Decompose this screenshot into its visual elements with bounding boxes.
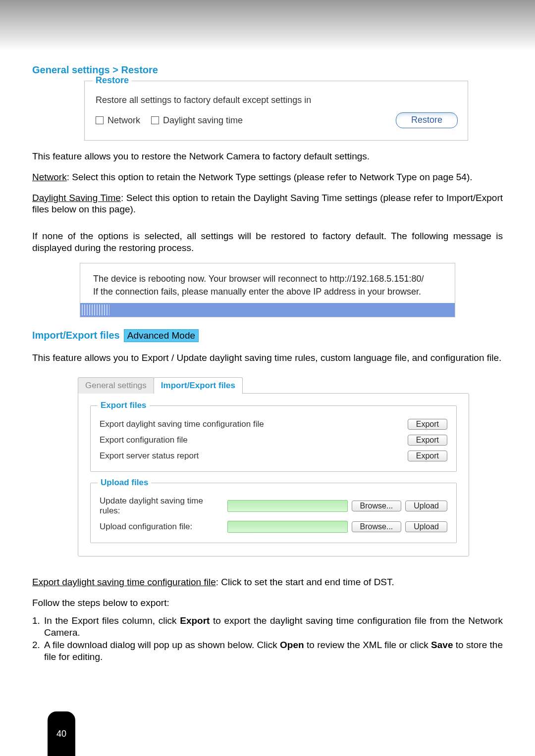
header-gradient-band (0, 0, 535, 50)
section-title-restore: General settings > Restore (32, 64, 503, 76)
paragraph-restore-note: If none of the options is selected, all … (32, 230, 503, 254)
progress-bar-fill (82, 304, 109, 315)
export-button-status[interactable]: Export (408, 451, 447, 461)
underline-export-dst: Export daylight saving time configuratio… (32, 577, 216, 587)
export-row-config-label: Export configuration file (100, 435, 188, 445)
page-content: General settings > Restore Restore Resto… (0, 50, 535, 694)
upload-files-fieldset: Upload files Update daylight saving time… (90, 483, 457, 543)
body-text-block-1: This feature allows you to restore the N… (32, 151, 503, 254)
upload-input-dst[interactable] (227, 500, 348, 512)
import-export-tabs-widget: General settings Import/Export files Exp… (78, 377, 469, 556)
export-files-fieldset: Export files Export daylight saving time… (90, 405, 457, 472)
restore-legend: Restore (93, 75, 132, 86)
paragraph-export-dst-file: Export daylight saving time configuratio… (32, 576, 503, 588)
reboot-line-1: The device is rebooting now. Your browse… (93, 274, 424, 284)
upload-row-config: Upload configuration file: Browse... Upl… (100, 521, 447, 533)
upload-row-config-label: Upload configuration file: (100, 522, 223, 532)
underline-dst: Daylight Saving Time (32, 193, 121, 203)
step-2-number: 2. (32, 639, 44, 663)
checkbox-dst[interactable]: Daylight saving time (151, 115, 243, 126)
step-1-pre: In the Export files column, click (44, 615, 180, 626)
export-row-config: Export configuration file Export (100, 435, 447, 446)
browse-button-config[interactable]: Browse... (352, 521, 402, 532)
steps-intro: Follow the steps below to export: (32, 597, 503, 609)
paragraph-export-dst-text: : Click to set the start and end time of… (216, 577, 394, 587)
step-1-text: In the Export files column, click Export… (44, 615, 503, 639)
section-row-import-export: Import/Export files Advanced Mode (32, 329, 503, 342)
advanced-mode-badge: Advanced Mode (124, 329, 199, 342)
step-2-pre: A file download dialog will pop up as sh… (44, 640, 280, 650)
step-2-bold-save: Save (431, 640, 453, 650)
restore-button[interactable]: Restore (396, 112, 458, 128)
export-button-config[interactable]: Export (408, 435, 447, 446)
upload-button-dst[interactable]: Upload (405, 501, 447, 511)
export-row-dst: Export daylight saving time configuratio… (100, 419, 447, 430)
progress-bar (80, 303, 455, 317)
restore-checkbox-group: Network Daylight saving time (96, 115, 243, 126)
body-text-block-3: Export daylight saving time configuratio… (32, 576, 503, 663)
reboot-message-box: The device is rebooting now. Your browse… (80, 263, 455, 317)
paragraph-network: Network: Select this option to retain th… (32, 171, 503, 183)
upload-row-dst-label: Update daylight saving time rules: (100, 496, 223, 516)
reboot-message-text: The device is rebooting now. Your browse… (80, 263, 455, 303)
steps-list: 1. In the Export files column, click Exp… (32, 615, 503, 663)
upload-files-legend: Upload files (98, 478, 151, 488)
checkbox-dst-label: Daylight saving time (163, 115, 243, 126)
step-2-mid: to review the XML file or click (304, 640, 431, 650)
export-row-dst-label: Export daylight saving time configuratio… (100, 419, 264, 429)
tab-import-export-files[interactable]: Import/Export files (154, 377, 243, 394)
tab-panel-import-export: Export files Export daylight saving time… (78, 393, 469, 556)
step-1-bold: Export (180, 615, 210, 626)
upload-row-dst: Update daylight saving time rules: Brows… (100, 496, 447, 516)
step-1: 1. In the Export files column, click Exp… (32, 615, 503, 639)
step-2: 2. A file download dialog will pop up as… (32, 639, 503, 663)
checkbox-network-label: Network (107, 115, 140, 126)
checkbox-box-icon (151, 116, 159, 124)
paragraph-network-text: : Select this option to retain the Netwo… (67, 172, 473, 182)
paragraph-intro: This feature allows you to restore the N… (32, 151, 503, 162)
upload-input-config[interactable] (227, 521, 348, 533)
tab-general-settings[interactable]: General settings (78, 377, 154, 394)
reboot-line-2: If the connection fails, please manually… (93, 287, 421, 297)
paragraph-dst: Daylight Saving Time: Select this option… (32, 192, 503, 216)
step-2-text: A file download dialog will pop up as sh… (44, 639, 503, 663)
export-button-dst[interactable]: Export (408, 419, 447, 430)
export-files-legend: Export files (98, 401, 150, 410)
export-row-status-label: Export server status report (100, 451, 199, 461)
restore-fieldset: Restore Restore all settings to factory … (84, 81, 468, 141)
browse-button-dst[interactable]: Browse... (352, 501, 402, 511)
body-text-block-2: This feature allows you to Export / Upda… (32, 352, 503, 364)
restore-description: Restore all settings to factory default … (96, 95, 458, 105)
checkbox-network[interactable]: Network (96, 115, 140, 126)
checkbox-box-icon (96, 116, 104, 124)
step-1-number: 1. (32, 615, 44, 639)
export-row-status: Export server status report Export (100, 451, 447, 461)
upload-button-config[interactable]: Upload (405, 521, 447, 532)
section-title-import-export: Import/Export files (32, 330, 120, 341)
underline-network: Network (32, 172, 67, 182)
paragraph-import-export-intro: This feature allows you to Export / Upda… (32, 352, 503, 364)
step-2-bold-open: Open (280, 640, 304, 650)
tab-strip: General settings Import/Export files (78, 377, 469, 394)
